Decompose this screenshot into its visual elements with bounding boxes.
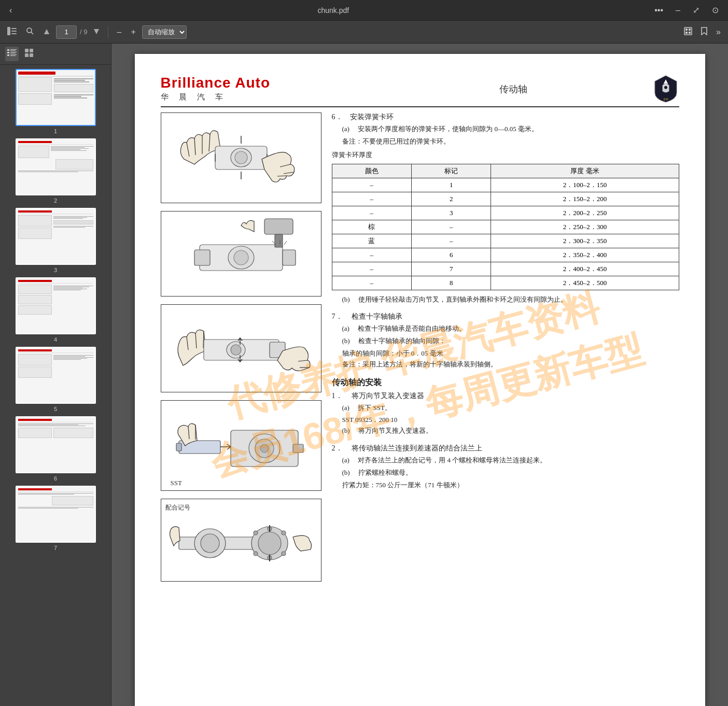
figure-3 — [161, 304, 321, 392]
step-6a: (a) 安装两个厚度相等的弹簧卡环，使轴向间隙为 0—0.05 毫米。 — [342, 124, 679, 135]
svg-point-4 — [27, 28, 32, 33]
svg-rect-0 — [7, 27, 10, 35]
bookmark-button[interactable] — [697, 25, 711, 39]
svg-rect-40 — [264, 219, 293, 234]
sidebar-toggle-button[interactable] — [4, 25, 20, 39]
svg-rect-13 — [7, 49, 9, 51]
svg-rect-24 — [25, 53, 29, 57]
brand-name-chinese: 华 晨 汽 车 — [161, 92, 271, 102]
step-6-block: 6． 安装弹簧卡环 (a) 安装两个厚度相等的弹簧卡环，使轴向间隙为 0—0.0… — [332, 112, 679, 305]
figures-column: SST — [161, 112, 321, 582]
install-section-title: 传动轴的安装 — [332, 377, 679, 388]
thumbnail-list: 1 — [0, 65, 111, 706]
minimize-button[interactable]: – — [673, 5, 683, 16]
restore-button[interactable]: ⤢ — [690, 4, 703, 16]
svg-point-65 — [254, 552, 258, 556]
sidebar: 1 — [0, 44, 111, 706]
thumbnail-page-4[interactable]: 4 — [3, 277, 108, 343]
thumbnail-page-3[interactable]: 3 — [3, 208, 108, 273]
fullscreen-button[interactable] — [681, 25, 695, 39]
zoom-in-button[interactable]: + — [128, 25, 138, 39]
thumbnail-page-1[interactable]: 1 — [3, 69, 108, 134]
window-controls-left: ‹ — [6, 5, 15, 16]
thumbnail-page-num: 6 — [54, 475, 57, 482]
search-button[interactable] — [23, 25, 37, 39]
thumbnail-page-6[interactable]: 6 — [3, 416, 108, 482]
figure-4: SST — [161, 400, 321, 491]
table-row: –32．200–2．250 — [332, 206, 679, 220]
svg-marker-7 — [94, 29, 99, 34]
thumbnail-page-2[interactable]: 2 — [3, 138, 108, 204]
svg-rect-20 — [10, 54, 17, 55]
svg-point-37 — [234, 250, 248, 265]
svg-point-30 — [235, 151, 247, 164]
page-section-title: 传动轴 — [499, 83, 527, 95]
svg-point-58 — [201, 534, 219, 553]
svg-rect-15 — [10, 50, 16, 51]
install-step-1-sst: SST 09325．200 10 — [342, 415, 679, 426]
thumbnail-page-5[interactable]: 5 — [3, 347, 108, 412]
thumbnail-page-num: 4 — [54, 336, 57, 343]
step-7-note2: 备注：采用上述方法，将新的十字轴轴承装到轴侧。 — [342, 359, 679, 370]
svg-rect-38 — [194, 250, 210, 265]
thumbnail-page-7[interactable]: 7 — [3, 486, 108, 551]
svg-point-26 — [664, 86, 668, 89]
col-mark: 标记 — [411, 164, 491, 178]
step-7-note1: 轴承的轴向间隙：小于 0．05 毫米 — [342, 348, 679, 359]
more-options-button[interactable]: » — [713, 25, 724, 39]
content-area: SST — [161, 112, 679, 582]
window-title: chunk.pdf — [317, 6, 349, 15]
step-7-title: 7． 检查十字轴轴承 — [332, 312, 679, 321]
page-number-input[interactable]: 1 — [56, 25, 77, 39]
thumbnail-page-num: 1 — [54, 128, 57, 134]
svg-point-64 — [282, 531, 286, 535]
sst-label: SST — [171, 479, 182, 487]
page-header: Brilliance Auto 华 晨 汽 车 传动轴 金杯 — [161, 75, 679, 107]
svg-rect-14 — [10, 49, 17, 50]
toolbar-right: » — [681, 25, 724, 39]
grid-view-tab[interactable] — [23, 47, 35, 61]
svg-rect-23 — [30, 49, 33, 52]
thumbnail-page-num: 5 — [54, 406, 57, 412]
svg-rect-12 — [689, 32, 691, 34]
brand-emblem-icon: 金杯 — [653, 75, 679, 103]
svg-rect-41 — [275, 234, 283, 247]
step-6-note1: 备注：不要使用已用过的弹簧卡环。 — [342, 136, 679, 147]
svg-rect-50 — [176, 443, 181, 451]
zoom-out-button[interactable]: – — [114, 25, 124, 39]
figure-2 — [161, 211, 321, 296]
installation-section: 传动轴的安装 1． 将万向节叉装入变速器 (a) 拆下 SST。 SST 093… — [332, 377, 679, 436]
svg-rect-1 — [11, 28, 17, 29]
step-6-title: 6． 安装弹簧卡环 — [332, 112, 679, 122]
svg-rect-3 — [11, 33, 17, 34]
zoom-select[interactable]: 自动缩放 50% 75% 100% 125% 150% — [142, 25, 187, 39]
back-button[interactable]: ‹ — [6, 5, 15, 16]
list-view-tab[interactable] — [5, 47, 19, 61]
more-button[interactable]: ••• — [651, 5, 666, 16]
alignment-mark-label: 配合记号 — [165, 503, 190, 512]
svg-rect-19 — [7, 54, 9, 56]
table-row: 棕–2．250–2．300 — [332, 220, 679, 234]
table-row: –72．400–2．450 — [332, 262, 679, 276]
svg-rect-11 — [685, 32, 688, 34]
main-area: 1 — [0, 44, 728, 706]
step-7-block: 7． 检查十字轴轴承 (a) 检查十字轴轴承是否能自由地移动。 (b) 检查十字… — [332, 312, 679, 370]
prev-page-button[interactable] — [40, 25, 53, 39]
svg-rect-39 — [283, 250, 296, 265]
svg-rect-9 — [685, 29, 688, 31]
window-controls-right: ••• – ⤢ ⊙ — [651, 4, 722, 16]
svg-line-44 — [284, 241, 287, 245]
svg-point-63 — [254, 531, 258, 535]
thumbnail-page-num: 3 — [54, 267, 57, 273]
close-button[interactable]: ⊙ — [709, 4, 722, 16]
thumbnail-page-num: 2 — [54, 197, 57, 204]
svg-rect-2 — [11, 31, 17, 32]
toolbar-divider1 — [108, 26, 108, 38]
next-page-button[interactable] — [90, 25, 103, 39]
spring-clip-table: 颜色 标记 厚度 毫米 –12．100–2．150–22．150–2．200–3… — [332, 164, 679, 290]
svg-point-66 — [282, 552, 286, 556]
svg-rect-55 — [293, 444, 303, 453]
step-6b: (b) 使用锤子轻轻敲击万向节叉，直到轴承外圈和卡环之间没有间隙为止。 — [342, 294, 679, 305]
col-thickness: 厚度 毫米 — [491, 164, 679, 178]
step-7b: (b) 检查十字轴轴承的轴向间隙： — [342, 336, 679, 347]
